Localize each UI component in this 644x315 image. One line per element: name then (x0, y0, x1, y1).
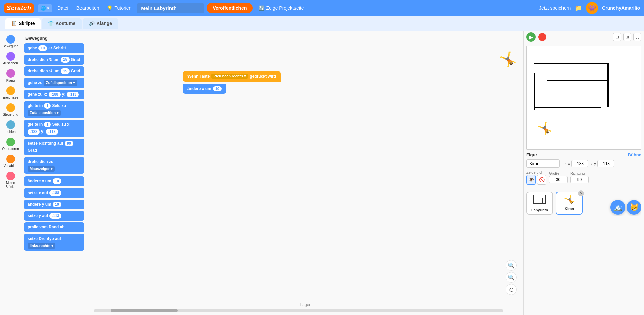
block-goto-xy[interactable]: gehe zu x: -188 y: -113 (24, 90, 84, 99)
block-turn-to[interactable]: drehe dich zu Mauszeiger ▾ (24, 157, 84, 174)
scrollbar-thumb[interactable] (111, 309, 178, 312)
menu-bearbeiten[interactable]: Bearbeiten (74, 4, 102, 12)
block-glide-random[interactable]: gleite in 1 Sek. zu Zufallsposition ▾ (24, 101, 84, 118)
tutor-icon: 💡 (107, 5, 113, 11)
sprite-thumb-labyrinth[interactable]: Labyrinth (526, 192, 553, 215)
maze-line-2 (547, 80, 607, 81)
motion-dot (6, 35, 15, 44)
green-flag-button[interactable]: ▶ (526, 32, 536, 42)
block-set-x[interactable]: setze x auf -188 (24, 188, 84, 198)
size-label: Größe (549, 171, 568, 175)
hide-button[interactable]: 🚫 (537, 175, 546, 185)
stage-expand-buttons: ⊡ ⊞ ⛶ (613, 33, 641, 41)
kiran-thumb-img: 🤸 (564, 194, 575, 205)
sound-label: Klang (6, 78, 15, 82)
scripts-area[interactable]: Wenn Taste Pfeil nach rechts ▾ gedrückt … (87, 31, 523, 315)
folder-icon[interactable]: 📁 (575, 4, 582, 12)
zoom-in-button[interactable]: 🔍 (506, 260, 517, 271)
sprite-thumb-kiran[interactable]: ✕ 🤸 Kiran (556, 192, 583, 215)
tab-costumes[interactable]: 👕 Kostüme (42, 18, 82, 29)
show-button[interactable]: 👁️ (526, 175, 536, 185)
y-coord-input[interactable] (597, 160, 614, 167)
project-name-input[interactable] (137, 3, 204, 13)
horizontal-scrollbar[interactable] (94, 309, 503, 312)
add-stage-button[interactable]: 🏔️ (610, 200, 625, 215)
sprite-panel: Figur Bühne ↔ x ↕ y Ze (524, 151, 644, 315)
goto-dropdown[interactable]: Zufallsposition ▾ (44, 80, 77, 86)
kiran-delete-button[interactable]: ✕ (578, 190, 584, 196)
sprite-info: ↔ x ↕ y (526, 159, 641, 168)
block-set-y[interactable]: setze y auf -113 (24, 211, 84, 221)
user-name[interactable]: CrunchyAmarilio (602, 5, 640, 11)
variables-dot (6, 155, 15, 163)
sprite-props: Zeige dich 👁️ 🚫 Größe Richtung (526, 170, 641, 185)
labyrinth-label: Labyrinth (531, 208, 548, 212)
blocks-inner: Bewegung Aussehen Klang Ereignisse Steue… (0, 31, 87, 315)
block-bounce[interactable]: pralle vom Rand ab (24, 222, 84, 232)
maze-line-v2 (607, 63, 609, 107)
block-change-y[interactable]: ändere y um 10 (24, 200, 84, 209)
sound-dot (6, 69, 15, 78)
category-operators[interactable]: Operatoren (1, 136, 20, 152)
stage-large-button[interactable]: ⊞ (623, 33, 631, 41)
add-sprite-button[interactable]: 😸 (627, 200, 641, 215)
size-input[interactable] (549, 176, 568, 183)
sounds-icon: 🔊 (89, 21, 95, 26)
menu-datei[interactable]: Datei (55, 4, 71, 12)
category-events[interactable]: Ereignisse (1, 85, 20, 101)
rotation-dropdown[interactable]: links-rechts ▾ (28, 243, 55, 249)
buhne-label[interactable]: Bühne (628, 152, 641, 157)
right-panel: ▶ ⊡ ⊞ ⛶ 🤸 Figur (523, 31, 644, 315)
tab-sounds[interactable]: 🔊 Klänge (83, 18, 118, 29)
tab-scripts[interactable]: 📋 Skripte (5, 18, 41, 29)
tutor-button[interactable]: 💡 Tutorien (104, 4, 134, 12)
category-myblocks[interactable]: Meine Blöcke (1, 170, 20, 190)
stage-fullscreen-button[interactable]: ⛶ (633, 33, 641, 41)
x-arrow-icon: ↔ (562, 161, 567, 166)
direction-input[interactable] (570, 176, 589, 183)
save-button[interactable]: Jetzt speichern (539, 5, 571, 11)
x-coord-input[interactable] (571, 160, 588, 167)
category-sensing[interactable]: Fühlen (1, 119, 20, 135)
category-sound[interactable]: Klang (1, 68, 20, 84)
globe-icon: 🌐 (41, 6, 46, 11)
stage-small-button[interactable]: ⊡ (613, 33, 621, 41)
operators-dot (6, 138, 15, 146)
category-motion[interactable]: Bewegung (1, 34, 20, 49)
turnto-dropdown[interactable]: Mauszeiger ▾ (28, 166, 55, 172)
stop-button[interactable] (538, 33, 546, 41)
category-control[interactable]: Steuerung (1, 102, 20, 118)
globe-button[interactable]: 🌐 ▾ (38, 4, 52, 12)
user-avatar[interactable]: 👾 (586, 2, 598, 14)
category-variables[interactable]: Variablen (1, 153, 20, 169)
block-glide-xy[interactable]: gleite in 1 Sek. zu x: -188 y: -113 (24, 120, 84, 137)
block-goto-random[interactable]: gehe zu Zufallsposition ▾ (24, 78, 84, 88)
block-move[interactable]: gehe 10 er Schritt (24, 43, 84, 53)
zoom-out-button[interactable]: 🔍 (506, 272, 517, 283)
block-set-rotation[interactable]: setze Drehtyp auf links-rechts ▾ (24, 234, 84, 251)
category-looks[interactable]: Aussehen (1, 51, 20, 66)
control-dot (6, 103, 15, 112)
sprite-name-input[interactable] (526, 159, 560, 168)
refresh-icon: 🔄 (259, 5, 264, 11)
myblocks-label: Meine Blöcke (2, 181, 19, 189)
block-rotate-ccw[interactable]: drehe dich ↺ um 15 Grad (24, 66, 84, 76)
scripts-icon: 📋 (11, 21, 17, 26)
blocks-panel: Bewegung Aussehen Klang Ereignisse Steue… (0, 31, 87, 315)
canvas-block-changex[interactable]: ändere x um 10 (183, 84, 226, 94)
sprite-thumbnails: Labyrinth ✕ 🤸 Kiran 🏔️ 😸 (526, 190, 641, 216)
project-page-button[interactable]: 🔄 Zeige Projektseite (255, 4, 307, 12)
block-rotate-cw[interactable]: drehe dich ↻ um 15 Grad (24, 55, 84, 64)
glide-dropdown[interactable]: Zufallsposition ▾ (28, 110, 61, 116)
canvas-block-event[interactable]: Wenn Taste Pfeil nach rechts ▾ gedrückt … (183, 71, 281, 82)
stage-preview: 🤸 (526, 46, 641, 150)
show-label: Zeige dich (526, 170, 546, 174)
zoom-reset-button[interactable]: ⊙ (506, 284, 517, 295)
myblocks-dot (6, 172, 15, 180)
key-dropdown[interactable]: Pfeil nach rechts ▾ (211, 74, 248, 79)
publish-button[interactable]: Veröffentlichen (207, 3, 253, 13)
svg-rect-0 (534, 195, 546, 204)
block-set-direction[interactable]: setze Richtung auf 90 Grad (24, 139, 84, 155)
block-change-x[interactable]: ändere x um 10 (24, 176, 84, 186)
scratch-logo[interactable]: Scratch (4, 3, 34, 13)
